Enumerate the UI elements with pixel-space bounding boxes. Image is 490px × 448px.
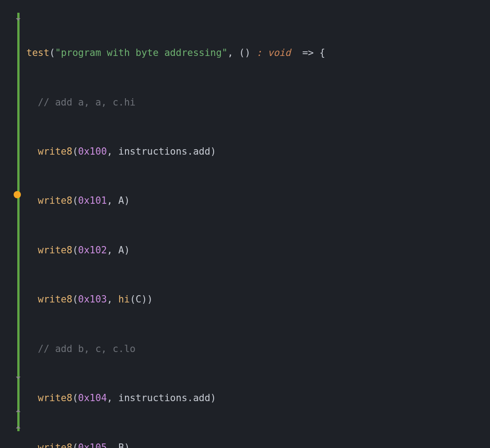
paren: (: [72, 242, 78, 258]
code-line[interactable]: // add a, a, c.hi: [26, 94, 360, 111]
paren: ): [124, 439, 130, 448]
number: 0x104: [78, 390, 107, 406]
code-line[interactable]: // add b, c, c.lo: [26, 341, 360, 357]
paren: (: [72, 291, 78, 307]
gutter: [0, 0, 23, 448]
comment: // add b, c, c.lo: [26, 341, 135, 357]
fn-call: write8: [26, 242, 72, 258]
fn-call: test: [26, 45, 50, 61]
paren: ): [210, 143, 216, 160]
fn-call: write8: [26, 291, 72, 307]
paren: )): [141, 291, 153, 307]
number: 0x105: [78, 439, 107, 448]
code-editor[interactable]: test("program with byte addressing", () …: [0, 0, 490, 448]
paren: (: [130, 291, 136, 307]
number: 0x102: [78, 242, 107, 258]
paren: (: [72, 390, 78, 406]
type-annotation: : void: [256, 45, 297, 61]
const: B: [118, 439, 124, 448]
number: 0x101: [78, 192, 107, 209]
fn-call: write8: [26, 390, 72, 406]
paren: ): [124, 242, 130, 258]
comment: // add a, a, c.hi: [26, 94, 135, 111]
code-line[interactable]: write8(0x101, A): [26, 192, 360, 209]
paren: ): [210, 390, 216, 406]
code-line[interactable]: write8(0x104, instructions.add): [26, 390, 360, 406]
ident: , instructions.: [107, 143, 193, 160]
arrow: => {: [296, 45, 325, 61]
fold-marker[interactable]: [15, 375, 21, 381]
intention-bulb-icon[interactable]: [14, 191, 21, 198]
fold-marker-close[interactable]: [15, 424, 21, 430]
fn-call: hi: [118, 291, 130, 307]
paren: (: [72, 439, 78, 448]
punc: ,: [107, 192, 118, 209]
string-literal: "program with byte addressing": [55, 45, 227, 61]
code-area[interactable]: test("program with byte addressing", () …: [23, 0, 360, 448]
ident: , instructions.: [107, 390, 193, 406]
property: add: [193, 143, 210, 160]
punc: ,: [107, 291, 118, 307]
vcs-change-bar: [17, 13, 20, 431]
property: add: [193, 390, 210, 406]
const: A: [118, 192, 124, 209]
fn-call: write8: [26, 439, 72, 448]
code-line[interactable]: write8(0x105, B): [26, 439, 360, 448]
paren: ): [124, 192, 130, 209]
code-line[interactable]: write8(0x100, instructions.add): [26, 143, 360, 160]
const: C: [135, 291, 141, 307]
fn-call: write8: [26, 143, 72, 160]
code-line[interactable]: write8(0x102, A): [26, 242, 360, 258]
number: 0x100: [78, 143, 107, 160]
paren: (: [72, 192, 78, 209]
const: A: [118, 242, 124, 258]
fn-call: write8: [26, 192, 72, 209]
paren: (: [72, 143, 78, 160]
fold-marker-open[interactable]: [15, 16, 21, 23]
paren: (: [50, 45, 55, 61]
punc: , (): [228, 45, 256, 61]
punc: ,: [107, 439, 118, 448]
punc: ,: [107, 242, 118, 258]
code-line[interactable]: write8(0x103, hi(C)): [26, 291, 360, 307]
fold-marker[interactable]: [15, 408, 21, 414]
code-line[interactable]: test("program with byte addressing", () …: [26, 45, 360, 61]
number: 0x103: [78, 291, 107, 307]
